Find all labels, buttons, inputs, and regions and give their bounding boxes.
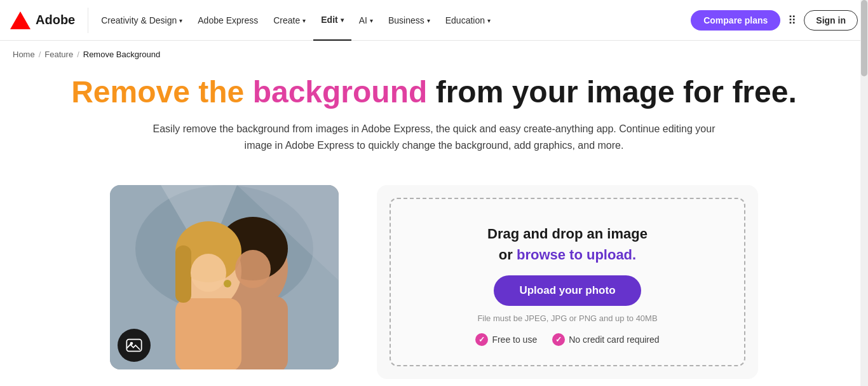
adobe-logo[interactable]: Adobe <box>10 10 88 31</box>
feature-free-label: Free to use <box>492 334 537 345</box>
sign-in-button[interactable]: Sign in <box>804 10 858 31</box>
svg-point-13 <box>235 250 271 288</box>
nav-item-ai[interactable]: AI ▾ <box>351 0 381 41</box>
nav-item-express[interactable]: Adobe Express <box>190 0 266 41</box>
hero-title-background: background <box>253 75 428 109</box>
svg-point-14 <box>224 280 231 287</box>
nav-item-edit[interactable]: Edit ▾ <box>313 0 351 41</box>
upload-panel: Drag and drop an image or browse to uplo… <box>377 185 758 379</box>
nav-divider <box>88 8 88 33</box>
navbar: Adobe Creativity & Design ▾ Adobe Expres… <box>0 0 868 41</box>
hero-subtitle: Easily remove the background from images… <box>148 121 720 153</box>
or-text: or <box>499 247 513 263</box>
svg-rect-11 <box>175 245 191 303</box>
hero-title-remove: Remove the <box>71 75 252 109</box>
breadcrumb-feature[interactable]: Feature <box>44 50 73 59</box>
svg-marker-0 <box>10 11 31 29</box>
breadcrumb-current: Remove Background <box>83 50 160 59</box>
scrollbar-track[interactable] <box>860 0 868 386</box>
drag-drop-text: Drag and drop an image <box>487 224 648 244</box>
grid-icon[interactable]: ⠿ <box>788 13 796 27</box>
browse-link[interactable]: browse to upload. <box>517 247 636 263</box>
nav-item-creativity[interactable]: Creativity & Design ▾ <box>93 0 190 41</box>
chevron-down-icon: ▾ <box>302 17 306 24</box>
upload-dropzone[interactable]: Drag and drop an image or browse to uplo… <box>390 198 745 366</box>
breadcrumb-sep1: / <box>39 50 41 59</box>
upload-photo-button[interactable]: Upload your photo <box>494 275 641 306</box>
features-row: ✓ Free to use ✓ No credit card required <box>475 333 659 346</box>
breadcrumb-home[interactable]: Home <box>13 50 35 59</box>
nav-item-education[interactable]: Education ▾ <box>438 0 498 41</box>
sample-image <box>110 185 339 369</box>
image-badge <box>118 329 151 362</box>
breadcrumb-sep2: / <box>77 50 79 59</box>
chevron-down-icon: ▾ <box>341 17 344 24</box>
adobe-logo-icon <box>10 10 31 31</box>
chevron-down-icon: ▾ <box>370 17 373 24</box>
chevron-down-icon: ▾ <box>179 17 182 24</box>
nav-item-business[interactable]: Business ▾ <box>381 0 438 41</box>
scrollbar-thumb[interactable] <box>861 0 867 76</box>
check-icon-free: ✓ <box>475 333 488 346</box>
compare-plans-button[interactable]: Compare plans <box>691 10 780 31</box>
chevron-down-icon: ▾ <box>487 17 491 24</box>
svg-point-12 <box>191 254 226 292</box>
check-icon-no-card: ✓ <box>552 333 565 346</box>
feature-no-card: ✓ No credit card required <box>552 333 659 346</box>
hero-section: Remove the background from your image fo… <box>0 68 868 172</box>
drag-drop-browse-text: or browse to upload. <box>499 245 636 265</box>
chevron-down-icon: ▾ <box>427 17 430 24</box>
nav-right: Compare plans ⠿ Sign in <box>691 10 858 31</box>
feature-free: ✓ Free to use <box>475 333 537 346</box>
svg-rect-9 <box>175 298 241 369</box>
file-note: File must be JPEG, JPG or PNG and up to … <box>477 314 657 323</box>
hero-title-rest: from your image for free. <box>427 75 796 109</box>
nav-item-create[interactable]: Create ▾ <box>266 0 313 41</box>
adobe-logo-text: Adobe <box>36 13 75 27</box>
hero-title: Remove the background from your image fo… <box>13 74 855 109</box>
main-section: Drag and drop an image or browse to uplo… <box>0 172 868 386</box>
breadcrumb: Home / Feature / Remove Background <box>0 41 868 68</box>
feature-no-card-label: No credit card required <box>569 334 659 345</box>
